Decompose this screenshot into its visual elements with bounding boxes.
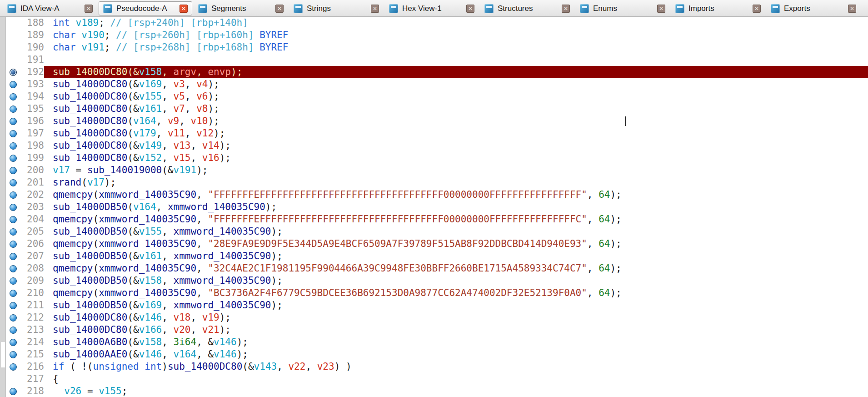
- line-marker-dot[interactable]: [10, 93, 17, 101]
- code-token: ,: [162, 103, 173, 114]
- line-marker-dot[interactable]: [10, 204, 17, 211]
- line-marker-dot[interactable]: [10, 351, 17, 358]
- code-text[interactable]: [44, 54, 868, 66]
- tab-structures[interactable]: Structures✕: [480, 1, 574, 15]
- code-token: sub_14000DC80: [53, 91, 127, 102]
- code-token: v191: [81, 42, 105, 53]
- code-token: sub_14000DC80: [53, 312, 127, 323]
- code-text[interactable]: sub_14000DB50(&v158, xmmword_140035C90);: [44, 275, 868, 287]
- line-marker-dot[interactable]: [10, 314, 17, 322]
- gutter-cell: [6, 103, 20, 115]
- code-token: ,: [305, 361, 317, 372]
- tab-exports[interactable]: Exports✕: [767, 1, 860, 15]
- code-text[interactable]: sub_14000DC80(v179, v11, v12);: [44, 127, 868, 140]
- line-marker-dot[interactable]: [10, 130, 17, 137]
- code-text[interactable]: sub_14000DC80(&v146, v18, v19);: [44, 312, 868, 324]
- line-marker-dot[interactable]: [10, 118, 17, 125]
- line-marker-dot[interactable]: [10, 290, 17, 297]
- code-token: {: [53, 373, 59, 384]
- tab-strings[interactable]: Strings✕: [289, 1, 383, 15]
- code-text[interactable]: v17 = sub_140019000(&v191);: [44, 164, 868, 176]
- line-marker-dot[interactable]: [10, 265, 17, 272]
- code-token: );: [219, 324, 231, 335]
- line-marker-dot[interactable]: [10, 167, 17, 174]
- code-text[interactable]: sub_14000DC80(&v158, argv, envp);: [44, 66, 868, 78]
- code-text[interactable]: sub_14000DC80(&v155, v5, v6);: [44, 90, 868, 103]
- code-token: ,: [162, 300, 173, 311]
- tab-ida-view-a[interactable]: IDA View-A✕: [3, 1, 97, 15]
- tab-close-icon[interactable]: ✕: [657, 5, 665, 13]
- tab-close-icon[interactable]: ✕: [466, 5, 474, 13]
- line-number: 214: [20, 336, 44, 348]
- code-text[interactable]: sub_14000DC80(&v149, v13, v14);: [44, 140, 868, 152]
- code-text[interactable]: qmemcpy(xmmword_140035C90, "FFFFFFFEFFFF…: [44, 189, 868, 201]
- code-text[interactable]: sub_14000DC80(v164, v9, v10);: [44, 115, 868, 127]
- gutter-cell: [6, 324, 20, 336]
- line-marker-dot[interactable]: [10, 81, 17, 88]
- code-text[interactable]: v26 = v155;: [44, 385, 868, 397]
- code-token: (: [127, 116, 133, 126]
- tab-enums[interactable]: Enums✕: [576, 1, 669, 15]
- tab-segments[interactable]: Segments✕: [194, 1, 288, 15]
- line-marker-dot[interactable]: [10, 106, 17, 113]
- tab-close-icon[interactable]: ✕: [848, 5, 856, 13]
- code-text[interactable]: sub_14000A6B0(&v158, 3i64, &v146);: [44, 336, 868, 348]
- tab-close-icon[interactable]: ✕: [180, 5, 188, 13]
- line-number: 190: [20, 41, 44, 54]
- line-marker-dot[interactable]: [10, 277, 17, 285]
- line-marker-dot[interactable]: [10, 142, 17, 150]
- tab-close-icon[interactable]: ✕: [371, 5, 379, 13]
- code-text[interactable]: qmemcpy(xmmword_140035C90, "BC3736A2F4F6…: [44, 287, 868, 299]
- code-token: v189: [76, 17, 99, 28]
- strings-icon: [294, 4, 303, 13]
- code-text[interactable]: sub_14000DC80(&v169, v3, v4);: [44, 78, 868, 90]
- tab-pseudocode-a[interactable]: Pseudocode-A✕: [99, 1, 192, 15]
- code-text[interactable]: sub_14000AAE0(&v146, v164, &v146);: [44, 348, 868, 361]
- code-token: );: [610, 263, 621, 274]
- code-text[interactable]: qmemcpy(xmmword_140035C90, "32C4AE2C1F19…: [44, 262, 868, 275]
- line-marker-dot[interactable]: [10, 327, 17, 334]
- line-marker-dot[interactable]: [10, 228, 17, 236]
- pseudocode-view[interactable]: 188int v189; // [rsp+240h] [rbp+140h]189…: [0, 17, 868, 397]
- code-text[interactable]: qmemcpy(xmmword_140035C90, "FFFFFFFEFFFF…: [44, 213, 868, 226]
- code-text[interactable]: srand(v17);: [44, 176, 868, 189]
- code-token: sub_14000DC80: [53, 116, 127, 126]
- tab-close-icon[interactable]: ✕: [753, 5, 761, 13]
- line-marker-dot[interactable]: [10, 388, 17, 395]
- code-token: v22: [288, 361, 305, 372]
- current-position-dot[interactable]: [10, 69, 17, 76]
- line-marker-dot[interactable]: [10, 216, 17, 223]
- code-text[interactable]: sub_14000DB50(&v155, xmmword_140035C90);: [44, 226, 868, 238]
- left-scrollbar-thumb[interactable]: [1, 342, 5, 367]
- tab-close-icon[interactable]: ✕: [562, 5, 570, 13]
- code-text[interactable]: char v190; // [rsp+260h] [rbp+160h] BYRE…: [44, 29, 868, 41]
- line-marker-dot[interactable]: [10, 302, 17, 309]
- code-text[interactable]: {: [44, 373, 868, 385]
- code-text[interactable]: qmemcpy(xmmword_140035C90, "28E9FA9E9D9F…: [44, 238, 868, 250]
- tab-imports[interactable]: Imports✕: [671, 1, 765, 15]
- code-token: v164: [133, 201, 156, 212]
- tab-close-icon[interactable]: ✕: [275, 5, 284, 13]
- code-text[interactable]: if ( !(unsigned int)sub_14000DC80(&v143,…: [44, 361, 868, 373]
- line-marker-dot[interactable]: [10, 241, 17, 248]
- line-marker-dot[interactable]: [10, 191, 17, 199]
- tab-hex-view-1[interactable]: Hex View-1✕: [385, 1, 479, 15]
- code-token: );: [208, 79, 219, 90]
- code-text[interactable]: sub_14000DB50(&v161, xmmword_140035C90);: [44, 250, 868, 262]
- line-marker-dot[interactable]: [10, 155, 17, 162]
- line-marker-dot[interactable]: [10, 363, 17, 371]
- line-marker-dot[interactable]: [10, 253, 17, 260]
- code-text[interactable]: sub_14000DC80(&v152, v15, v16);: [44, 152, 868, 164]
- code-text[interactable]: sub_14000DB50(&v169, xmmword_140035C90);: [44, 299, 868, 312]
- code-text[interactable]: char v191; // [rsp+268h] [rbp+168h] BYRE…: [44, 41, 868, 54]
- tab-close-icon[interactable]: ✕: [85, 5, 93, 13]
- code-token: ,: [162, 324, 173, 335]
- code-text[interactable]: sub_14000DC80(&v166, v20, v21);: [44, 324, 868, 336]
- line-marker-dot[interactable]: [10, 179, 17, 186]
- line-marker-dot[interactable]: [10, 339, 17, 346]
- code-text[interactable]: sub_14000DB50(v164, xmmword_140035C90);: [44, 201, 868, 213]
- code-text[interactable]: int v189; // [rsp+240h] [rbp+140h]: [44, 17, 868, 29]
- left-scrollbar[interactable]: [0, 17, 6, 397]
- code-line: 210qmemcpy(xmmword_140035C90, "BC3736A2F…: [0, 287, 868, 299]
- code-text[interactable]: sub_14000DC80(&v161, v7, v8);: [44, 103, 868, 115]
